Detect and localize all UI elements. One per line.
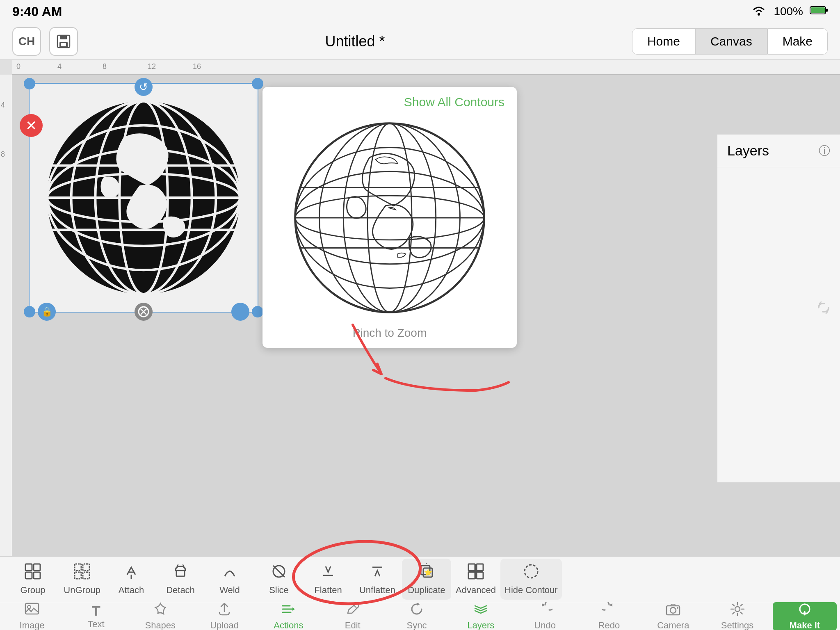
canvas-area[interactable]: ↺ 🔒 ✕ Show All Contours (12, 75, 840, 556)
canvas-button[interactable]: Canvas (695, 28, 767, 55)
duplicate-tool[interactable]: ⭐ Duplicate (402, 559, 451, 600)
text-tab-label: Text (88, 619, 104, 630)
weld-label: Weld (219, 585, 240, 596)
handle-lock[interactable]: 🔒 (38, 303, 56, 321)
svg-rect-53 (176, 571, 185, 576)
svg-rect-48 (83, 572, 89, 579)
undo-tab-icon (538, 602, 552, 620)
flatten-icon (320, 563, 336, 583)
unlink-icon[interactable] (815, 299, 832, 317)
svg-rect-3 (826, 9, 828, 12)
advanced-tool[interactable]: Advanced (451, 559, 500, 600)
weld-tool[interactable]: Weld (205, 559, 254, 600)
slice-tool[interactable]: Slice (254, 559, 304, 600)
attach-icon (123, 563, 139, 583)
nav-bar: CH Untitled * Home Canvas Make (0, 23, 840, 60)
show-all-contours-button[interactable]: Show All Contours (404, 95, 504, 109)
detach-tool[interactable]: Detach (156, 559, 205, 600)
tab-text[interactable]: T Text (64, 602, 128, 630)
svg-text:⭐: ⭐ (424, 568, 432, 576)
nav-left: CH (12, 27, 78, 56)
svg-text:4: 4 (57, 62, 62, 71)
group-label: Group (20, 585, 45, 596)
upload-tab-label: Upload (210, 620, 239, 630)
handle-scale[interactable] (231, 303, 249, 321)
unflatten-tool[interactable]: Unflatten (353, 559, 402, 600)
slice-icon (271, 563, 287, 583)
tab-actions[interactable]: Actions (256, 602, 320, 630)
flatten-tool[interactable]: Flatten (304, 559, 353, 600)
contour-panel-header: Show All Contours (262, 87, 517, 113)
svg-text:8: 8 (103, 62, 107, 71)
upload-tab-icon (217, 602, 232, 620)
tab-redo[interactable]: Redo (577, 602, 641, 630)
status-bar: 9:40 AM 100% (0, 0, 840, 23)
hide-contour-tool[interactable]: Hide Contour (500, 559, 562, 600)
home-button[interactable]: Home (632, 28, 695, 55)
design-card[interactable]: ↺ 🔒 (29, 83, 258, 313)
slice-label: Slice (269, 585, 289, 596)
svg-point-67 (525, 565, 538, 578)
tab-sync[interactable]: Sync (385, 602, 449, 630)
tab-settings[interactable]: Settings (705, 602, 769, 630)
svg-rect-7 (61, 43, 66, 46)
redo-tab-icon (602, 602, 616, 620)
duplicate-label: Duplicate (408, 585, 445, 596)
attach-label: Attach (119, 585, 144, 596)
bottom-toolbar: Group UnGroup Attach (0, 556, 840, 630)
unflatten-label: Unflatten (359, 585, 395, 596)
attach-tool[interactable]: Attach (107, 559, 156, 600)
pinch-zoom-hint: Pinch to Zoom (262, 322, 517, 348)
hide-contour-label: Hide Contour (504, 585, 558, 596)
home-circle-button[interactable]: CH (12, 27, 41, 56)
detach-icon (172, 563, 189, 583)
camera-tab-label: Camera (657, 620, 689, 630)
unflatten-icon (369, 563, 386, 583)
svg-rect-61 (468, 564, 475, 571)
save-button[interactable] (49, 27, 78, 56)
tab-undo[interactable]: Undo (513, 602, 577, 630)
status-time: 9:40 AM (12, 4, 62, 19)
svg-point-69 (27, 605, 31, 609)
group-icon (25, 563, 41, 583)
flatten-label: Flatten (314, 585, 342, 596)
svg-point-0 (758, 13, 760, 16)
settings-tab-label: Settings (721, 620, 754, 630)
tab-camera[interactable]: Camera (641, 602, 705, 630)
tab-shapes[interactable]: Shapes (128, 602, 192, 630)
svg-rect-2 (811, 7, 825, 13)
svg-point-76 (677, 607, 678, 609)
ungroup-icon (74, 563, 90, 583)
tab-make-it[interactable]: Make It (773, 602, 837, 630)
handle-bl[interactable] (24, 306, 35, 317)
horizontal-ruler: 0 4 8 12 16 (12, 60, 840, 75)
handle-tl[interactable] (24, 78, 35, 89)
actions-tab-icon (281, 602, 296, 620)
handle-rotate[interactable]: ↺ (135, 78, 153, 96)
svg-rect-42 (34, 564, 40, 571)
sync-tab-label: Sync (407, 620, 427, 630)
tab-upload[interactable]: Upload (192, 602, 256, 630)
nav-right: Home Canvas Make (632, 28, 828, 55)
close-button[interactable]: ✕ (20, 114, 43, 137)
tab-image[interactable]: Image (0, 602, 64, 630)
handle-br[interactable] (252, 306, 263, 317)
svg-rect-64 (477, 572, 483, 579)
svg-text:16: 16 (193, 62, 201, 71)
svg-rect-62 (477, 564, 483, 571)
tab-edit[interactable]: Edit (321, 602, 385, 630)
image-tab-icon (25, 602, 39, 620)
make-button[interactable]: Make (767, 28, 828, 55)
tools-row: Group UnGroup Attach (0, 557, 840, 602)
svg-point-77 (735, 607, 740, 612)
advanced-icon (468, 563, 484, 583)
handle-tr[interactable] (252, 78, 263, 89)
tab-layers[interactable]: Layers (449, 602, 513, 630)
group-tool[interactable]: Group (8, 559, 57, 600)
make-it-tab-label: Make It (790, 620, 820, 630)
contour-panel[interactable]: Show All Contours (262, 87, 517, 348)
info-icon[interactable]: ⓘ (819, 143, 830, 159)
handle-center-bot[interactable] (135, 303, 153, 321)
redo-tab-label: Redo (598, 620, 620, 630)
ungroup-tool[interactable]: UnGroup (57, 559, 107, 600)
